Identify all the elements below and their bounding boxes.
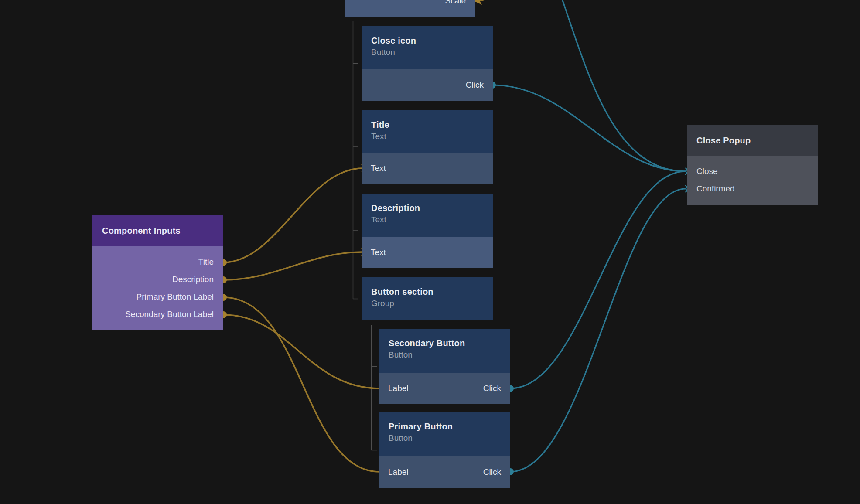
title-text-input-label[interactable]: Text <box>371 163 386 173</box>
node-secondary-button[interactable]: Secondary Button Button Label Click <box>379 329 510 404</box>
node-description-text[interactable]: Description Text Text <box>362 194 493 268</box>
node-title: Component Inputs <box>102 225 181 237</box>
output-row-description[interactable]: Description <box>92 271 223 288</box>
primary-click-output-label[interactable]: Click <box>483 467 501 477</box>
edge-primary-click-to-confirmed[interactable] <box>510 189 686 472</box>
edge-description-to-description-text[interactable] <box>223 252 362 280</box>
node-subtitle: Button <box>371 47 483 58</box>
node-title: Button section <box>371 286 483 298</box>
node-title: Primary Button <box>389 420 501 432</box>
node-close-icon[interactable]: Close icon Button Click <box>362 26 493 101</box>
description-text-input-label[interactable]: Text <box>371 248 386 257</box>
node-subtitle: Button <box>389 432 501 444</box>
edge-close-icon-click-to-close[interactable] <box>492 85 686 171</box>
node-title-text[interactable]: Title Text Text <box>362 110 493 184</box>
node-subtitle: Group <box>371 298 483 309</box>
node-title: Close icon <box>371 34 483 47</box>
secondary-label-input-label[interactable]: Label <box>388 384 409 393</box>
node-button-section[interactable]: Button section Group <box>362 277 493 320</box>
edge-primary-label-to-primary-button[interactable] <box>223 297 380 472</box>
node-title: Description <box>371 202 483 214</box>
node-title: Close Popup <box>696 134 751 146</box>
edge-secondary-label-to-secondary-button[interactable] <box>223 315 380 388</box>
node-subtitle: Button <box>389 349 501 361</box>
close-icon-click-output-label[interactable]: Click <box>466 80 484 90</box>
input-row-confirmed[interactable]: Confirmed <box>687 180 818 198</box>
edge-offscreen-to-scale[interactable] <box>477 0 498 1</box>
node-scale[interactable]: Scale <box>345 0 475 17</box>
node-subtitle: Text <box>371 131 483 142</box>
input-row-close[interactable]: Close <box>687 163 818 180</box>
node-editor-canvas[interactable]: Scale Close icon Button Click Title Text… <box>0 0 860 504</box>
node-title: Secondary Button <box>389 337 501 349</box>
node-subtitle: Text <box>371 214 483 225</box>
node-close-popup[interactable]: Close Popup Close Confirmed <box>687 125 818 205</box>
output-row-primary-button-label[interactable]: Primary Button Label <box>92 288 223 306</box>
output-row-secondary-button-label[interactable]: Secondary Button Label <box>92 306 223 323</box>
edge-title-to-title-text[interactable] <box>223 168 362 262</box>
node-title: Title <box>371 119 483 131</box>
secondary-click-output-label[interactable]: Click <box>483 384 501 393</box>
primary-label-input-label[interactable]: Label <box>388 467 409 477</box>
node-primary-button[interactable]: Primary Button Button Label Click <box>379 412 510 488</box>
node-component-inputs[interactable]: Component Inputs Title Description Prima… <box>92 215 223 330</box>
scale-input-label[interactable]: Scale <box>445 0 466 6</box>
edge-offscreen-to-close[interactable] <box>554 0 686 171</box>
output-row-title[interactable]: Title <box>92 253 223 271</box>
